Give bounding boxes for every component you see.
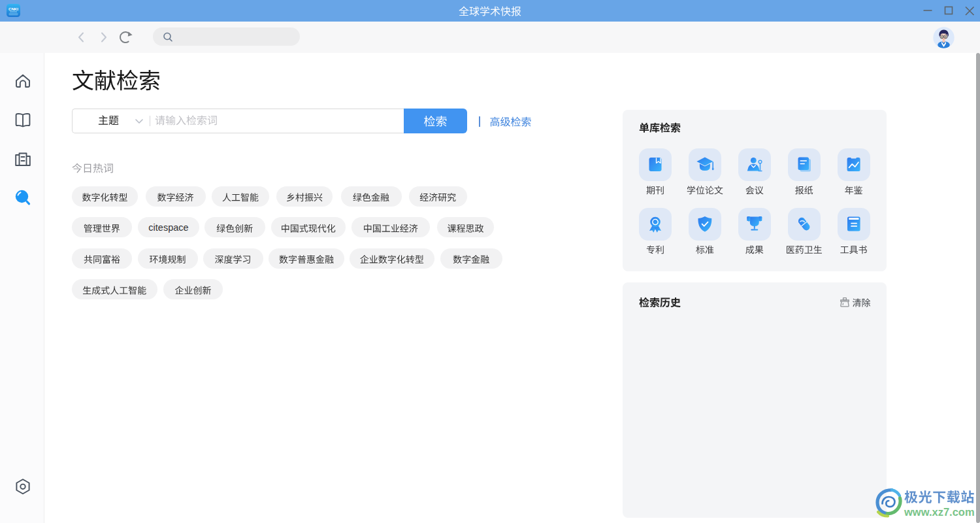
svg-text:CNKI: CNKI (8, 7, 18, 11)
